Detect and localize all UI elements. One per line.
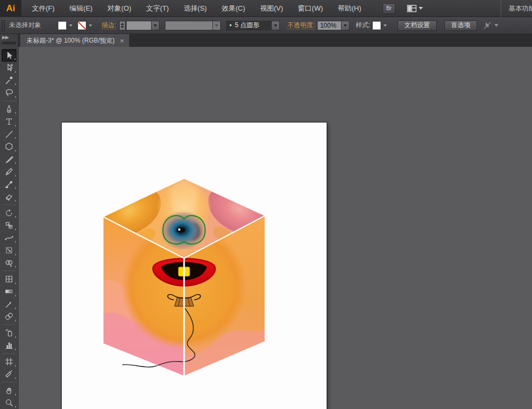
scale-icon	[4, 220, 14, 230]
menu-item-help[interactable]: 帮助(H)	[330, 0, 369, 17]
artboard-icon	[4, 357, 14, 366]
shape-builder-icon	[4, 258, 14, 268]
stroke-weight-combo[interactable]	[126, 21, 160, 30]
tool-separator	[2, 353, 16, 354]
bridge-icon[interactable]: Br	[383, 3, 395, 14]
width-tool[interactable]	[2, 232, 16, 244]
pen-icon	[4, 104, 14, 114]
document-tab-bar: ▶▶ 未标题-3* @ 100% (RGB/预览) ×	[0, 34, 532, 47]
menu-item-object[interactable]: 对象(O)	[100, 0, 139, 17]
gradient-icon	[4, 287, 14, 296]
shape-builder-tool[interactable]	[2, 257, 16, 269]
type-tool[interactable]	[2, 115, 16, 127]
scale-tool[interactable]	[2, 219, 16, 231]
close-tab-icon[interactable]: ×	[120, 37, 124, 44]
brush-preview-dot: •	[229, 22, 231, 29]
tool-separator	[2, 382, 16, 382]
collapse-panel-icon: ▶▶	[2, 35, 9, 40]
style-dropdown[interactable]	[382, 21, 388, 30]
menu-item-file[interactable]: 文件(F)	[24, 0, 62, 17]
line-segment-tool[interactable]	[2, 128, 16, 140]
mesh-tool[interactable]	[2, 273, 16, 285]
menu-item-window[interactable]: 窗口(W)	[290, 0, 330, 17]
slice-tool[interactable]	[2, 368, 16, 380]
tool-separator	[2, 271, 16, 271]
magic-wand-tool[interactable]	[2, 74, 16, 86]
direct-selection-tool[interactable]	[2, 62, 16, 74]
app-logo-icon: Ai	[0, 0, 21, 17]
style-label: 样式:	[356, 21, 370, 30]
control-bar: 未选择对象 描边: • 5 点圆形 不透明度: 100%	[0, 17, 532, 34]
document-tab[interactable]: 未标题-3* @ 100% (RGB/预览) ×	[20, 34, 130, 47]
tool-separator	[2, 204, 16, 205]
gradient-tool[interactable]	[2, 285, 16, 298]
lasso-tool[interactable]	[2, 86, 16, 99]
cube-balloon-artwork[interactable]	[62, 122, 328, 409]
polygon-icon	[4, 142, 14, 151]
stroke-swatch-none[interactable]	[78, 21, 86, 30]
artboard[interactable]	[61, 122, 327, 409]
fill-swatch[interactable]	[58, 21, 66, 30]
fill-control	[58, 21, 73, 30]
preferences-button[interactable]: 首选项	[444, 20, 477, 31]
blob-brush-tool[interactable]	[2, 178, 16, 190]
menu-item-view[interactable]: 视图(V)	[253, 0, 290, 17]
rotate-tool[interactable]	[2, 207, 16, 219]
chevron-down-icon	[494, 24, 498, 27]
column-graph-tool[interactable]	[2, 339, 16, 351]
select-similar-control[interactable]	[484, 22, 498, 29]
arrange-documents-icon	[407, 5, 417, 12]
rotate-icon	[4, 208, 14, 218]
zoom-icon	[4, 398, 14, 407]
variable-width-profile-combo[interactable]	[165, 21, 221, 30]
stroke-panel-link[interactable]: 描边:	[102, 21, 116, 29]
style-control	[372, 21, 388, 30]
opacity-panel-link[interactable]: 不透明度:	[287, 21, 314, 29]
chevron-down-icon	[419, 7, 423, 10]
menu-item-select[interactable]: 选择(S)	[176, 0, 214, 17]
pen-tool[interactable]	[2, 103, 16, 115]
lasso-icon	[4, 88, 14, 97]
paintbrush-tool[interactable]	[2, 153, 16, 165]
eraser-tool[interactable]	[2, 190, 16, 202]
width-icon	[4, 233, 14, 243]
stroke-weight-stepper[interactable]	[119, 21, 126, 30]
eyedropper-tool[interactable]	[2, 298, 16, 310]
symbol-sprayer-icon	[4, 328, 14, 338]
menu-item-effect[interactable]: 效果(C)	[214, 0, 253, 17]
panel-grip-icon[interactable]	[1, 20, 5, 31]
fill-dropdown[interactable]	[68, 21, 73, 30]
document-tab-title: 未标题-3* @ 100% (RGB/预览)	[27, 36, 115, 45]
select-similar-icon	[484, 22, 492, 29]
zoom-tool[interactable]	[2, 397, 16, 409]
menu-list: 文件(F)编辑(E)对象(O)文字(T)选择(S)效果(C)视图(V)窗口(W)…	[24, 0, 369, 17]
menu-item-type[interactable]: 文字(T)	[139, 0, 177, 17]
menu-bar-right: Br	[376, 3, 423, 14]
document-setup-button[interactable]: 文档设置	[397, 20, 437, 31]
hand-tool[interactable]	[2, 384, 16, 396]
selection-tool[interactable]	[2, 49, 16, 62]
artboard-tool[interactable]	[2, 355, 16, 367]
workspace-switcher[interactable]: 基本功能	[501, 0, 532, 17]
stroke-dropdown[interactable]	[87, 21, 93, 30]
symbol-sprayer-tool[interactable]	[2, 326, 16, 339]
brush-definition-combo[interactable]: • 5 点圆形	[226, 21, 280, 30]
tool-separator	[2, 101, 16, 101]
stroke-control	[78, 21, 93, 30]
brush-preset-value: 5 点圆形	[235, 21, 260, 30]
magic-wand-icon	[4, 76, 14, 85]
free-transform-tool[interactable]	[2, 244, 16, 256]
blend-tool[interactable]	[2, 310, 16, 323]
menu-item-edit[interactable]: 编辑(E)	[62, 0, 100, 17]
opacity-combo[interactable]: 100%	[317, 21, 350, 30]
menu-bar: Ai 文件(F)编辑(E)对象(O)文字(T)选择(S)效果(C)视图(V)窗口…	[0, 0, 532, 17]
tools-panel	[0, 47, 19, 409]
blend-icon	[4, 312, 14, 321]
polygon-tool[interactable]	[2, 140, 16, 152]
style-swatch[interactable]	[372, 21, 381, 30]
pasteboard[interactable]	[19, 47, 532, 409]
hand-icon	[4, 386, 14, 395]
pencil-tool[interactable]	[2, 165, 16, 177]
arrange-documents-button[interactable]	[407, 5, 423, 12]
tools-panel-header[interactable]: ▶▶	[0, 34, 19, 47]
